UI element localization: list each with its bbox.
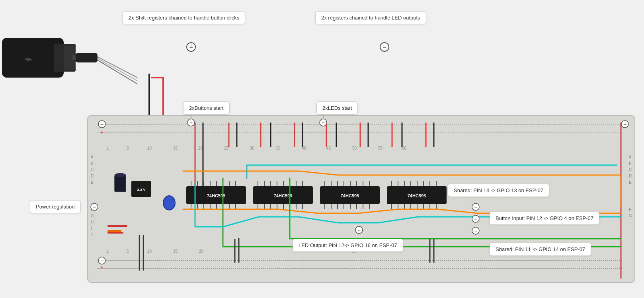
svg-text:74HC595: 74HC595 [207, 193, 225, 198]
svg-text:−: − [474, 228, 477, 234]
shared-pin14-label: Shared: PIN 14 -> GPIO 13 on ESP-07 [454, 187, 543, 193]
svg-text:C: C [91, 168, 94, 172]
svg-text:C: C [629, 168, 632, 172]
svg-text:E: E [629, 180, 632, 185]
led-registers-annotation: 2x registers chained to handle LED outpu… [315, 11, 426, 24]
svg-text:50: 50 [352, 146, 357, 150]
svg-text:−: − [474, 216, 477, 222]
svg-point-162 [187, 43, 195, 51]
svg-rect-145 [107, 225, 127, 227]
svg-text:+: + [100, 265, 103, 270]
svg-text:74HC595: 74HC595 [341, 193, 359, 198]
svg-text:45: 45 [326, 146, 331, 150]
svg-text:E: E [91, 180, 94, 185]
shared-pin14-annotation: Shared: PIN 14 -> GPIO 13 on ESP-07 [448, 184, 549, 197]
svg-text:J: J [91, 233, 93, 237]
svg-text:25: 25 [224, 146, 229, 150]
shift-registers-annotation: 2x Shift registers chained to handle but… [123, 11, 245, 24]
svg-rect-122 [387, 186, 447, 204]
leds-start-annotation: 2xLEDs start [316, 101, 358, 115]
svg-text:20: 20 [199, 249, 204, 253]
svg-text:⌁: ⌁ [24, 51, 33, 67]
svg-text:B: B [629, 162, 632, 166]
led-output-label: LED Output: PIN 12-> GPIO 16 on ESP-07 [299, 242, 397, 248]
svg-point-179 [355, 226, 363, 234]
svg-text:−: − [189, 120, 193, 126]
svg-text:−: − [623, 121, 626, 127]
svg-text:10: 10 [147, 146, 152, 150]
svg-text:3.3 V: 3.3 V [137, 188, 145, 192]
svg-text:−: − [357, 227, 361, 233]
leds-start-label: 2xLEDs start [322, 105, 352, 111]
svg-text:20: 20 [198, 146, 203, 150]
svg-rect-9 [72, 55, 76, 60]
svg-text:−: − [382, 44, 386, 51]
svg-text:74HC595: 74HC595 [274, 193, 292, 198]
svg-text:G: G [629, 214, 632, 218]
svg-text:15: 15 [173, 249, 178, 253]
svg-line-7 [98, 58, 137, 81]
svg-text:40: 40 [302, 146, 306, 150]
svg-rect-147 [107, 232, 123, 234]
svg-text:55: 55 [378, 146, 383, 150]
svg-text:B: B [91, 162, 94, 166]
svg-text:A: A [629, 155, 632, 159]
led-registers-label: 2x registers chained to handle LED outpu… [321, 15, 420, 21]
svg-text:−: − [322, 120, 325, 126]
svg-text:5: 5 [127, 146, 129, 150]
svg-text:30: 30 [250, 146, 255, 150]
svg-text:H: H [91, 220, 94, 224]
svg-point-166 [187, 119, 195, 126]
svg-point-173 [472, 203, 479, 210]
svg-point-181 [91, 203, 98, 210]
svg-text:35: 35 [275, 146, 280, 150]
svg-text:+: + [100, 130, 103, 135]
svg-rect-146 [107, 230, 121, 232]
shared-pin11-label: Shared: PIN 11 -> GPIO 14 on ESP-07 [496, 246, 585, 252]
shared-pin11-annotation: Shared: PIN 11 -> GPIO 14 on ESP-07 [490, 243, 591, 256]
svg-point-177 [472, 227, 479, 234]
svg-text:−: − [474, 204, 477, 210]
svg-point-144 [163, 196, 175, 210]
svg-text:D: D [91, 174, 94, 178]
svg-text:−: − [93, 204, 96, 210]
svg-rect-140 [115, 175, 126, 192]
svg-rect-86 [253, 186, 313, 204]
svg-rect-0 [2, 38, 64, 78]
svg-text:−: − [189, 44, 193, 51]
svg-text:60: 60 [402, 146, 407, 150]
svg-text:1: 1 [107, 146, 109, 150]
svg-point-164 [380, 43, 389, 51]
svg-text:1: 1 [107, 249, 109, 253]
svg-line-8 [98, 60, 137, 84]
svg-text:5: 5 [127, 249, 129, 253]
svg-rect-5 [76, 53, 98, 62]
svg-rect-10 [88, 115, 635, 282]
svg-point-168 [320, 119, 327, 126]
button-input-label: Button Input: PIN 12 -> GPIO 4 on ESP-07 [496, 215, 593, 221]
svg-text:D: D [629, 174, 632, 178]
svg-rect-1 [54, 44, 76, 72]
svg-text:−: − [100, 121, 103, 127]
power-regulation-annotation: Power regulation [30, 200, 81, 213]
svg-line-6 [98, 57, 137, 78]
svg-rect-4 [74, 55, 98, 61]
svg-point-141 [115, 173, 126, 177]
power-regulation-label: Power regulation [36, 204, 75, 210]
svg-text:74HC595: 74HC595 [408, 193, 426, 198]
svg-text:G: G [91, 214, 94, 218]
svg-text:−: − [100, 258, 103, 264]
shift-registers-label: 2x Shift registers chained to handle but… [129, 15, 239, 21]
button-input-annotation: Button Input: PIN 12 -> GPIO 4 on ESP-07 [490, 212, 599, 225]
svg-text:F: F [629, 207, 631, 212]
svg-text:10: 10 [147, 249, 152, 253]
svg-point-156 [621, 121, 628, 128]
svg-rect-68 [186, 186, 246, 204]
led-output-annotation: LED Output: PIN 12-> GPIO 16 on ESP-07 [293, 239, 403, 252]
svg-text:A: A [91, 155, 94, 159]
buttons-start-label: 2xButtons start [189, 105, 224, 111]
buttons-start-annotation: 2xButtons start [183, 101, 230, 115]
svg-rect-2 [64, 46, 76, 70]
svg-point-175 [472, 215, 479, 222]
svg-point-158 [98, 257, 105, 264]
